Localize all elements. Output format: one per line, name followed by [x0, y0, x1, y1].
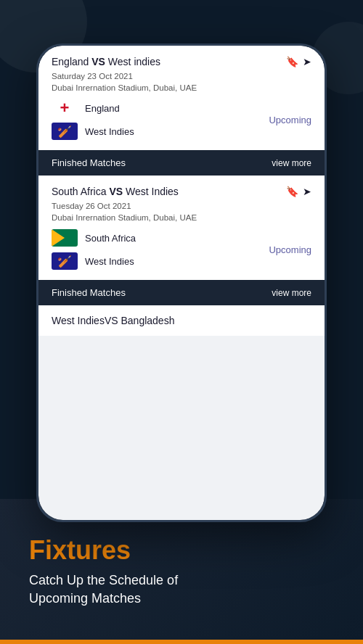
- match1-team2-row: 🏏 West Indies: [52, 123, 134, 140]
- match2-team-a: South Africa: [52, 186, 109, 197]
- match2-title-row: South Africa VS West Indies 🔖 ➤: [52, 186, 311, 197]
- match3-team-a: West Indies: [52, 315, 105, 326]
- match1-title-row: England VS West indies 🔖 ➤: [52, 56, 311, 67]
- westindies-flag-1: 🏏: [52, 123, 78, 140]
- match1-vs: VS: [91, 56, 105, 67]
- phone-mockup: England VS West indies 🔖 ➤ Saturday 23 O…: [36, 44, 327, 522]
- match1-teams: England 🏏 West Indies Upcoming: [52, 99, 311, 150]
- match1-teams-list: England 🏏 West Indies: [52, 99, 134, 140]
- finished-label-1: Finished Matches: [52, 157, 126, 168]
- view-more-1[interactable]: view more: [272, 158, 311, 168]
- match1-status: Upcoming: [269, 115, 311, 125]
- bookmark-icon[interactable]: 🔖: [286, 56, 298, 67]
- match2-status: Upcoming: [269, 244, 311, 255]
- bookmark-icon-2[interactable]: 🔖: [286, 186, 298, 197]
- match2-team1-name: South Africa: [85, 233, 136, 244]
- match-card-2: South Africa VS West Indies 🔖 ➤ Tuesday …: [38, 176, 325, 280]
- match1-icons: 🔖 ➤: [286, 56, 311, 67]
- match2-team1-row: South Africa: [52, 229, 136, 247]
- fixtures-subtitle: Catch Up the Schedule ofUpcoming Matches: [29, 571, 334, 608]
- match2-team2-name: West Indies: [85, 256, 134, 267]
- match2-teams-list: South Africa 🏏 West Indies: [52, 229, 136, 270]
- match2-teams: South Africa 🏏 West Indies Upcoming: [52, 229, 311, 280]
- phone-screen: England VS West indies 🔖 ➤ Saturday 23 O…: [38, 46, 325, 520]
- match-card-3-partial: West IndiesVS Bangladesh: [38, 305, 325, 336]
- match1-team1-row: England: [52, 99, 134, 117]
- match1-team1-name: England: [85, 103, 120, 114]
- match2-title-text: South Africa VS West Indies: [52, 186, 179, 197]
- fixtures-title: Fixtures: [29, 535, 334, 566]
- match2-team-b: West Indies: [123, 186, 179, 197]
- share-icon[interactable]: ➤: [303, 56, 311, 67]
- match2-vs: VS: [109, 186, 123, 197]
- match1-title-text: England VS West indies: [52, 56, 160, 67]
- match2-date: Tuesday 26 Oct 2021: [52, 202, 311, 210]
- match-card-1: England VS West indies 🔖 ➤ Saturday 23 O…: [38, 46, 325, 150]
- match3-team-b: Bangladesh: [118, 315, 175, 326]
- orange-bar: [0, 640, 363, 644]
- match2-venue: Dubai Inrernation Stadium, Dubai, UAE: [52, 213, 311, 222]
- share-icon-2[interactable]: ➤: [303, 186, 311, 197]
- match1-team-a: England: [52, 56, 91, 67]
- westindies-flag-2: 🏏: [52, 252, 78, 270]
- view-more-2[interactable]: view more: [272, 288, 311, 298]
- finished-label-2: Finished Matches: [52, 287, 126, 298]
- england-flag: [52, 99, 78, 117]
- southafrica-flag: [52, 229, 78, 247]
- finished-bar-1: Finished Matches view more: [38, 150, 325, 176]
- finished-bar-2: Finished Matches view more: [38, 280, 325, 305]
- match2-team2-row: 🏏 West Indies: [52, 252, 136, 270]
- match1-team2-name: West Indies: [85, 126, 134, 137]
- match1-date: Saturday 23 Oct 2021: [52, 72, 311, 80]
- match1-team-b: West indies: [105, 56, 160, 67]
- match3-title-text: West IndiesVS Bangladesh: [52, 315, 174, 326]
- match3-vs: VS: [105, 315, 118, 326]
- match1-venue: Dubai Inrernation Stadium, Dubai, UAE: [52, 83, 311, 92]
- match2-icons: 🔖 ➤: [286, 186, 311, 197]
